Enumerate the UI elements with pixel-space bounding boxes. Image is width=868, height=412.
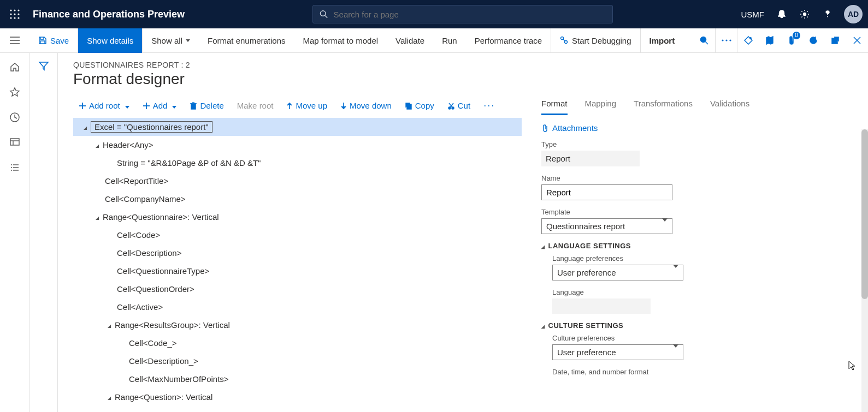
tree-pane: Add root Add Delete Make root Move up Mo… — [73, 97, 529, 412]
svg-point-11 — [804, 13, 806, 16]
diamond-icon[interactable] — [737, 28, 759, 53]
svg-point-3 — [10, 13, 11, 15]
tree-caret[interactable] — [104, 322, 115, 329]
svg-point-4 — [14, 13, 15, 15]
svg-point-22 — [725, 39, 727, 41]
template-select[interactable]: Questionnaires report — [541, 218, 672, 234]
validate-button[interactable]: Validate — [387, 28, 433, 53]
find-icon[interactable] — [693, 28, 715, 53]
tree-caret[interactable] — [104, 394, 115, 401]
start-debugging-button[interactable]: Start Debugging — [551, 28, 640, 53]
show-all-button[interactable]: Show all — [143, 28, 199, 53]
svg-point-1 — [14, 9, 15, 11]
tree-row[interactable]: Cell<MaxNumberOfPoints> — [73, 370, 522, 388]
tree-row[interactable]: Range<ResultsGroup>: Vertical — [73, 316, 522, 334]
nav-rail — [0, 53, 29, 412]
tree-row[interactable]: Cell<CompanyName> — [73, 190, 522, 208]
filter-column — [29, 53, 58, 412]
make-root-button: Make root — [232, 98, 279, 114]
funnel-icon[interactable] — [38, 61, 49, 412]
tree-row[interactable]: Cell<Code> — [73, 226, 522, 244]
tree-row[interactable]: Range<Questionnaire>: Vertical — [73, 208, 522, 226]
culture-settings-header[interactable]: CULTURE SETTINGS — [541, 321, 849, 330]
tree-label: Cell<Code_> — [129, 338, 177, 348]
svg-point-0 — [10, 9, 11, 11]
tree-row[interactable]: Excel = "Questionnaires report" — [73, 118, 522, 136]
user-avatar[interactable]: AD — [844, 5, 863, 23]
close-icon[interactable] — [846, 28, 868, 53]
tree-more-button[interactable]: ··· — [478, 97, 500, 115]
delete-button[interactable]: Delete — [184, 98, 229, 114]
tree-caret[interactable] — [92, 214, 103, 220]
map-format-button[interactable]: Map format to model — [294, 28, 387, 53]
tree-row[interactable]: Cell<Description_> — [73, 352, 522, 370]
culture-pref-select[interactable]: User preference — [552, 344, 683, 360]
tree-caret[interactable] — [80, 124, 91, 130]
tab-format[interactable]: Format — [541, 97, 568, 115]
tree-row[interactable]: Cell<Active> — [73, 298, 522, 316]
search-input[interactable] — [334, 10, 606, 19]
lang-pref-label: Language preferences — [552, 254, 849, 262]
home-icon[interactable] — [8, 61, 21, 74]
tree-row[interactable]: Range<Question>: Vertical — [73, 388, 522, 406]
svg-point-7 — [14, 17, 15, 19]
tab-validations[interactable]: Validations — [710, 97, 749, 115]
property-tabs: Format Mapping Transformations Validatio… — [541, 97, 849, 116]
language-value — [552, 298, 651, 314]
tree-row[interactable]: Cell<ReportTitle> — [73, 172, 522, 190]
legal-entity[interactable]: USMF — [741, 10, 765, 19]
svg-point-23 — [729, 39, 731, 41]
show-details-button[interactable]: Show details — [78, 28, 143, 53]
tree-row[interactable]: Cell<Description> — [73, 244, 522, 262]
language-settings-header[interactable]: LANGUAGE SETTINGS — [541, 242, 849, 250]
tree-label: Range<ResultsGroup>: Vertical — [115, 320, 230, 330]
tab-transformations[interactable]: Transformations — [634, 97, 693, 115]
cut-button[interactable]: Cut — [442, 98, 476, 114]
workspace-icon[interactable] — [8, 136, 21, 149]
tree-row[interactable]: Cell<QuestionnaireType> — [73, 262, 522, 280]
import-button[interactable]: Import — [641, 28, 684, 53]
search-box[interactable] — [312, 5, 613, 23]
debug-icon — [560, 36, 569, 45]
star-icon[interactable] — [8, 86, 21, 99]
more-icon[interactable] — [715, 28, 737, 53]
tree-row[interactable]: Cell<Code_> — [73, 334, 522, 352]
help-icon[interactable] — [818, 4, 837, 24]
run-button[interactable]: Run — [433, 28, 466, 53]
format-enumerations-button[interactable]: Format enumerations — [199, 28, 294, 53]
popout-icon[interactable] — [824, 28, 846, 53]
performance-trace-button[interactable]: Performance trace — [466, 28, 551, 53]
attachment-icon[interactable]: 0 — [781, 28, 802, 53]
waffle-icon[interactable] — [0, 9, 29, 19]
save-button[interactable]: Save — [29, 28, 78, 53]
move-up-button[interactable]: Move up — [281, 98, 333, 114]
property-pane: Format Mapping Transformations Validatio… — [529, 97, 868, 412]
lang-pref-select[interactable]: User preference — [552, 265, 683, 280]
dateformat-label: Date, time, and number format — [552, 368, 849, 376]
attachments-link[interactable]: Attachments — [541, 123, 849, 133]
gear-icon[interactable] — [795, 4, 814, 24]
tree-view[interactable]: Excel = "Questionnaires report"Header<An… — [73, 118, 529, 412]
hamburger-icon[interactable] — [0, 28, 29, 53]
tree-label: Header<Any> — [103, 140, 153, 150]
copy-button[interactable]: Copy — [399, 98, 440, 114]
refresh-icon[interactable] — [802, 28, 824, 53]
tree-row[interactable]: String = "&R&10Page &P of &N &D &T" — [73, 154, 522, 172]
tree-row[interactable]: Header<Any> — [73, 136, 522, 154]
tree-label: String = "&R&10Page &P of &N &D &T" — [117, 158, 261, 168]
scrollbar[interactable] — [861, 129, 868, 412]
tree-caret[interactable] — [92, 142, 103, 148]
name-input[interactable] — [541, 184, 672, 200]
tree-row[interactable]: Cell<QuestionOrder> — [73, 280, 522, 298]
bell-icon[interactable] — [772, 4, 792, 24]
map-icon[interactable] — [759, 28, 781, 53]
tree-label: Cell<ReportTitle> — [105, 176, 168, 186]
svg-point-6 — [10, 17, 11, 19]
add-root-button[interactable]: Add root — [73, 98, 135, 114]
modules-icon[interactable] — [8, 161, 21, 174]
svg-point-2 — [17, 9, 19, 11]
recent-icon[interactable] — [8, 111, 21, 124]
tab-mapping[interactable]: Mapping — [585, 97, 617, 115]
move-down-button[interactable]: Move down — [335, 98, 397, 114]
add-button[interactable]: Add — [137, 98, 182, 114]
